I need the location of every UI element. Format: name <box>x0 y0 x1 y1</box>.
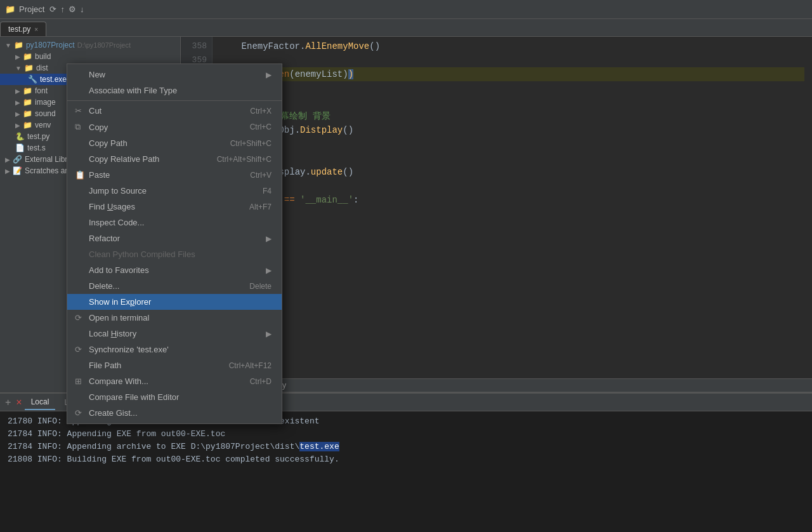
copy-rel-path-shortcut: Ctrl+Alt+Shift+C <box>217 155 272 164</box>
menu-open-terminal-label: Open in terminal <box>89 313 272 323</box>
venv-label: venv <box>35 121 51 130</box>
cut-icon: ✂ <box>75 106 85 116</box>
test-py-label: test.py <box>27 132 49 141</box>
toolbar-btn-1[interactable]: ⟳ <box>49 4 56 14</box>
terminal-close-btn[interactable]: × <box>16 397 22 408</box>
terminal-add-btn[interactable]: + <box>5 397 11 408</box>
root-label: py1807Project <box>26 41 75 50</box>
menu-item-jump-source[interactable]: Jump to Source F4 <box>67 183 282 199</box>
menu-sep-1 <box>67 100 282 101</box>
term-line-2: 21784 INFO: Appending EXE from out00-EXE… <box>8 428 804 441</box>
code-line-blank3 <box>220 179 804 193</box>
menu-item-inspect-code[interactable]: Inspect Code... <box>67 215 282 230</box>
menu-associate-label: Associate with File Type <box>89 86 272 95</box>
toolbar-btn-2[interactable]: ↑ <box>60 4 65 14</box>
menu-compare-with-label: Compare With... <box>89 376 237 386</box>
code-line-360: print(len(enemyList)) <box>220 67 804 81</box>
menu-new-label: New <box>89 70 266 79</box>
create-gist-icon: ⟳ <box>75 408 85 418</box>
menu-item-delete[interactable]: Delete... Delete <box>67 278 282 294</box>
new-arrow: ▶ <box>266 70 272 79</box>
tab-test-py[interactable]: test.py × <box>0 22 46 36</box>
context-menu: New ▶ Associate with File Type ✂ Cut Ctr… <box>67 63 282 424</box>
code-line-main: Main() <box>220 207 804 221</box>
paste-icon: 📋 <box>75 170 85 180</box>
test-s-label: test.s <box>27 143 46 152</box>
menu-compare-editor-label: Compare File with Editor <box>89 392 272 402</box>
image-folder-icon: 📁 <box>23 98 32 107</box>
menu-item-favorites[interactable]: Add to Favorites ▶ <box>67 262 282 278</box>
copy-shortcut: Ctrl+C <box>250 123 272 131</box>
line-358: 358 <box>192 39 207 53</box>
code-line-ifmain: if __name__ == '__main__': <box>220 193 804 207</box>
terminal-content: 21780 INFO: Appending EXE because out00-… <box>0 411 812 532</box>
menu-item-file-path[interactable]: File Path Ctrl+Alt+F12 <box>67 357 282 373</box>
menu-copy-rel-path-label: Copy Relative Path <box>89 154 204 164</box>
font-label: font <box>35 86 48 95</box>
external-arrow: ▶ <box>5 156 10 163</box>
menu-copy-label: Copy <box>89 123 237 132</box>
menu-item-associate[interactable]: Associate with File Type <box>67 83 282 98</box>
toolbar-btn-3[interactable]: ⚙ <box>69 4 76 14</box>
scratches-icon: 📝 <box>13 166 22 175</box>
menu-copy-path-label: Copy Path <box>89 138 218 148</box>
build-label: build <box>35 52 51 61</box>
menu-item-compare-with[interactable]: ⊞ Compare With... Ctrl+D <box>67 373 282 389</box>
tree-root[interactable]: ▼ 📁 py1807Project D:\py1807Project <box>0 39 180 51</box>
menu-item-refactor[interactable]: Refactor ▶ <box>67 230 282 246</box>
font-arrow: ▶ <box>15 88 20 95</box>
menu-item-find-usages[interactable]: Find Usages Alt+F7 <box>67 199 282 215</box>
build-arrow: ▶ <box>15 53 20 60</box>
toolbar-btn-4[interactable]: ↓ <box>80 4 84 14</box>
term-highlight-exe: test.exe <box>299 442 339 451</box>
code-line-update: pygame.display.update() <box>220 165 804 179</box>
code-line-comment1: # 让屏幕绘制 背景 <box>220 109 804 123</box>
refactor-arrow: ▶ <box>266 234 272 243</box>
menu-clean-label: Clean Python Compiled Files <box>89 249 272 259</box>
menu-file-path-label: File Path <box>89 361 216 370</box>
code-content[interactable]: EnemyFactor.AllEnemyMove() print(len(ene… <box>213 37 812 392</box>
tree-item-build[interactable]: ▶ 📁 build <box>0 51 180 62</box>
term-line-3: 21784 INFO: Appending archive to EXE D:\… <box>8 441 804 453</box>
terminal-tab-local[interactable]: Local <box>25 395 56 410</box>
venv-folder-icon: 📁 <box>23 121 32 130</box>
menu-item-copy-path[interactable]: Copy Path Ctrl+Shift+C <box>67 135 282 151</box>
menu-inspect-label: Inspect Code... <box>89 218 272 227</box>
image-arrow: ▶ <box>15 99 20 106</box>
menu-item-open-terminal[interactable]: ⟳ Open in terminal <box>67 310 282 326</box>
cut-shortcut: Ctrl+X <box>250 107 272 116</box>
external-icon: 🔗 <box>13 155 22 164</box>
menu-delete-label: Delete... <box>89 281 237 291</box>
menu-create-gist-label: Create Gist... <box>89 408 272 418</box>
menu-item-clean-python: Clean Python Compiled Files <box>67 246 282 262</box>
menu-item-cut[interactable]: ✂ Cut Ctrl+X <box>67 103 282 119</box>
term-line-4: 21808 INFO: Building EXE from out00-EXE.… <box>8 453 804 466</box>
local-history-arrow: ▶ <box>266 329 272 338</box>
menu-item-copy-rel-path[interactable]: Copy Relative Path Ctrl+Alt+Shift+C <box>67 151 282 167</box>
dist-folder-icon: 📁 <box>24 63 34 72</box>
dist-arrow: ▼ <box>15 65 22 72</box>
sound-folder-icon: 📁 <box>23 109 32 118</box>
find-usages-shortcut: Alt+F7 <box>249 203 272 211</box>
file-path-shortcut: Ctrl+Alt+F12 <box>229 361 272 370</box>
menu-item-new[interactable]: New ▶ <box>67 67 282 83</box>
menu-item-local-history[interactable]: Local History ▶ <box>67 326 282 342</box>
menu-item-paste[interactable]: 📋 Paste Ctrl+V <box>67 167 282 183</box>
tab-close-btn[interactable]: × <box>34 26 38 33</box>
code-line-comment2: # 更新画面 <box>220 151 804 165</box>
sound-label: sound <box>35 109 56 118</box>
menu-item-show-explorer[interactable]: Show in Explorer <box>67 294 282 310</box>
font-folder-icon: 📁 <box>23 86 32 95</box>
menu-item-copy[interactable]: ⧉ Copy Ctrl+C <box>67 119 282 135</box>
menu-item-create-gist[interactable]: ⟳ Create Gist... <box>67 405 282 421</box>
menu-item-compare-editor[interactable]: Compare File with Editor <box>67 389 282 405</box>
code-line-blank1 <box>220 81 804 95</box>
compare-with-shortcut: Ctrl+D <box>250 377 272 386</box>
menu-item-synchronize[interactable]: ⟳ Synchronize 'test.exe' <box>67 342 282 357</box>
copy-path-shortcut: Ctrl+Shift+C <box>230 139 272 148</box>
copy-icon: ⧉ <box>75 122 85 132</box>
open-terminal-icon: ⟳ <box>75 313 85 323</box>
menu-refactor-label: Refactor <box>89 234 266 243</box>
root-folder-icon: 📁 <box>14 41 23 50</box>
delete-shortcut: Delete <box>249 282 272 291</box>
